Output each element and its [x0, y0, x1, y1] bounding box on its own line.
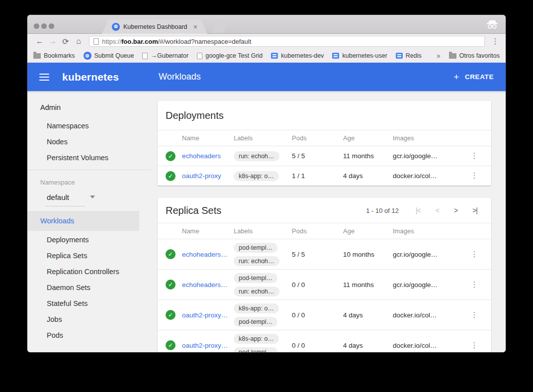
resource-name-link[interactable]: echoheaders	[182, 152, 234, 160]
sidebar-item-daemon-sets[interactable]: Daemon Sets	[27, 280, 152, 295]
bookmark-item[interactable]: google-gce Test Grid	[197, 52, 263, 59]
bookmark-item[interactable]: Otros favoritos	[449, 52, 500, 59]
back-icon[interactable]: ←	[33, 37, 46, 46]
chat-icon	[271, 53, 278, 59]
prev-page-icon: <	[436, 206, 439, 214]
kubernetes-favicon-icon: ☸	[112, 23, 120, 31]
row-menu-icon[interactable]: ⋮	[471, 313, 478, 317]
status-ok-icon: ✓	[166, 249, 176, 259]
window-zoom-button[interactable]	[49, 23, 54, 29]
last-page-icon[interactable]: >|	[472, 206, 477, 214]
label-chip: pod-templ…	[234, 273, 277, 283]
browser-window: ☸ Kubernetes Dashboard × ← → ⟳ ⌂ https:/…	[27, 15, 506, 352]
sidebar-item-replica-sets[interactable]: Replica Sets	[27, 248, 152, 264]
namespace-select[interactable]: default	[27, 188, 152, 206]
images-cell: gcr.io/google…	[393, 281, 465, 289]
images-cell: docker.io/col…	[393, 342, 465, 349]
pods-cell: 0 / 0	[292, 281, 343, 289]
row-menu-icon[interactable]: ⋮	[471, 253, 478, 256]
bookmark-label: Bookmarks	[44, 52, 75, 59]
label-chip: run: echoh…	[234, 256, 279, 266]
labels-cell: pod-templ…run: echoh…	[234, 273, 292, 296]
status-ok-icon: ✓	[166, 280, 176, 290]
pods-cell: 0 / 0	[292, 342, 343, 349]
app-header: kubernetes Workloads + CREATE	[27, 63, 506, 91]
labels-cell: k8s-app: o…	[234, 171, 292, 181]
sidebar-item-nodes[interactable]: Nodes	[27, 134, 152, 150]
bookmarks-bar: Bookmarks☸Submit Queue→Gubernatorgoogle-…	[27, 49, 506, 63]
bookmarks-overflow-icon[interactable]: »	[437, 52, 441, 60]
browser-tab[interactable]: ☸ Kubernetes Dashboard ×	[102, 19, 207, 34]
browser-titlebar: ☸ Kubernetes Dashboard ×	[27, 15, 506, 34]
sidebar-item-replication-controllers[interactable]: Replication Controllers	[27, 264, 152, 280]
window-minimize-button[interactable]	[41, 23, 47, 29]
menu-icon[interactable]	[39, 74, 49, 81]
browser-menu-icon[interactable]: ⋮	[491, 37, 500, 46]
deployments-card-title: Deployments	[166, 110, 224, 121]
status-cell: ✓	[166, 340, 182, 350]
bookmark-item[interactable]: kubernetes-user	[332, 52, 387, 59]
bookmark-label: Otros favoritos	[459, 52, 500, 59]
status-cell: ✓	[166, 249, 182, 259]
status-cell: ✓	[166, 310, 182, 320]
deployments-card: Deployments NameLabelsPodsAgeImages ✓ech…	[158, 101, 491, 186]
desktop-background: ☸ Kubernetes Dashboard × ← → ⟳ ⌂ https:/…	[0, 0, 533, 392]
status-cell: ✓	[166, 280, 182, 290]
age-cell: 11 months	[343, 281, 393, 289]
sidebar-item-deployments[interactable]: Deployments	[27, 232, 152, 248]
label-chip: k8s-app: o…	[234, 171, 279, 181]
label-chip: pod-templ…	[234, 243, 277, 253]
status-cell: ✓	[166, 171, 182, 181]
row-menu-icon[interactable]: ⋮	[471, 154, 478, 158]
app-content: Admin NamespacesNodesPersistent Volumes …	[27, 91, 506, 352]
sidebar-item-admin[interactable]: Admin	[27, 99, 152, 116]
sidebar-item-workloads[interactable]: Workloads	[27, 211, 139, 231]
row-menu-icon[interactable]: ⋮	[471, 344, 478, 347]
table-row: ✓echoheaders…pod-templ…run: echoh…0 / 01…	[158, 269, 491, 299]
bookmark-item[interactable]: ☸Submit Queue	[84, 52, 134, 60]
overflow-chevron-icon: »	[437, 52, 441, 60]
next-page-icon[interactable]: >	[454, 206, 457, 214]
chat-icon	[332, 53, 339, 59]
resource-name-link[interactable]: oauth2-proxy	[182, 172, 234, 180]
sidebar-item-stateful-sets[interactable]: Stateful Sets	[27, 295, 152, 311]
create-button-label: CREATE	[465, 73, 494, 81]
home-icon[interactable]: ⌂	[72, 37, 85, 46]
resource-name-link[interactable]: oauth2-proxy…	[182, 311, 234, 319]
row-menu-icon[interactable]: ⋮	[471, 283, 478, 287]
pods-cell: 5 / 5	[292, 251, 343, 258]
bookmark-item[interactable]: Bookmarks	[33, 52, 75, 59]
browser-toolbar: ← → ⟳ ⌂ https://foo.bar.com/#/workload?n…	[27, 34, 506, 49]
resource-name-link[interactable]: echoheaders…	[182, 281, 234, 289]
row-menu-icon[interactable]: ⋮	[471, 174, 478, 178]
sidebar-item-persistent-volumes[interactable]: Persistent Volumes	[27, 150, 152, 166]
bookmark-label: Redis	[406, 52, 422, 59]
address-bar[interactable]: https://foo.bar.com/#/workload?namespace…	[89, 36, 485, 47]
resource-name-link[interactable]: oauth2-proxy…	[182, 342, 234, 349]
resource-name-link[interactable]: echoheaders…	[182, 251, 234, 258]
tab-close-icon[interactable]: ×	[193, 23, 197, 31]
window-close-button[interactable]	[34, 23, 39, 29]
age-cell: 4 days	[343, 172, 393, 180]
status-cell: ✓	[166, 151, 182, 161]
table-row: ✓oauth2-proxy…k8s-app: o…pod-templ…0 / 0…	[158, 330, 491, 352]
table-row: ✓oauth2-proxyk8s-app: o…1 / 14 daysdocke…	[158, 166, 491, 186]
sidebar-item-namespaces[interactable]: Namespaces	[27, 118, 152, 134]
images-cell: docker.io/col…	[393, 311, 465, 319]
sidebar-item-pods[interactable]: Pods	[27, 327, 152, 343]
forward-icon: →	[46, 37, 59, 46]
refresh-icon[interactable]: ⟳	[59, 37, 72, 46]
column-header-age: Age	[343, 227, 393, 235]
bookmark-item[interactable]: Redis	[396, 52, 422, 59]
pods-cell: 1 / 1	[292, 172, 343, 180]
bookmark-label: →Gubernator	[151, 52, 188, 59]
sidebar-item-jobs[interactable]: Jobs	[27, 311, 152, 327]
table-row: ✓oauth2-proxy…k8s-app: o…pod-templ…0 / 0…	[158, 299, 491, 330]
new-tab-button[interactable]	[211, 20, 229, 33]
create-button[interactable]: + CREATE	[453, 72, 494, 82]
status-ok-icon: ✓	[166, 171, 176, 181]
bookmark-item[interactable]: →Gubernator	[142, 52, 188, 59]
bookmark-item[interactable]: kubernetes-dev	[271, 52, 324, 59]
images-cell: gcr.io/google…	[393, 152, 465, 160]
namespace-value: default	[47, 193, 69, 201]
